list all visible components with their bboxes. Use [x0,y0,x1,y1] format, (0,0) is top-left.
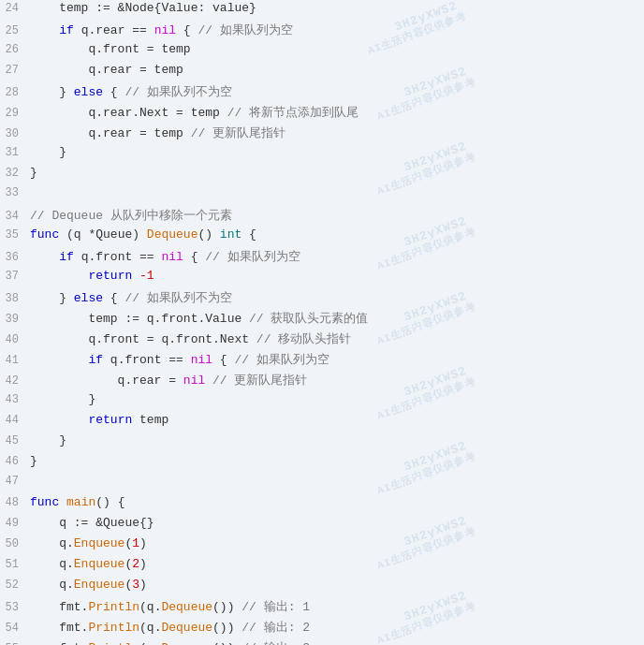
code-token: { [103,85,124,99]
code-token: // 如果队列为空 [205,250,300,264]
code-token: fmt. [30,641,88,645]
code-token: Enqueue [74,557,125,571]
code-token: ) [139,578,147,592]
code-token: } [30,291,74,305]
code-token: } [30,166,37,180]
line-content: fmt.Println(q.Dequeue()) // 输出: 2 [30,619,644,636]
code-token: // 如果队列为空 [234,353,329,367]
code-token: temp [132,413,168,427]
code-token: q. [30,578,74,592]
line-number: 54 [0,622,30,635]
code-line: 47 [0,474,644,494]
line-content: q.rear = temp [30,63,644,77]
line-number: 49 [0,517,30,530]
line-content: temp := q.front.Value // 获取队头元素的值 [30,310,644,327]
code-token: else [74,85,103,99]
code-token: // 输出: 2 [242,621,310,635]
line-number: 30 [0,127,30,140]
line-number: 47 [0,475,30,488]
line-number: 39 [0,313,30,326]
line-number: 35 [0,228,30,242]
line-content: q.Enqueue(2) [30,557,644,571]
code-token: q.rear == [74,23,154,37]
code-line: 41 if q.front == nil { // 如果队列为空 [0,350,644,371]
line-content: fmt.Println(q.Dequeue()) // 输出: 3 [30,639,644,645]
code-token: nil [154,23,176,37]
code-line: 39 temp := q.front.Value // 获取队头元素的值 [0,309,644,330]
code-token: // 输出: 3 [242,641,310,645]
line-content: temp := &Node{Value: value} [30,1,644,15]
code-line: 44 return temp [0,412,644,432]
code-token: return [88,269,132,283]
code-token: } [30,85,74,99]
code-token: } [30,392,95,406]
code-token [30,413,88,427]
code-token: (q *Queue) [59,227,147,242]
line-number: 46 [0,455,30,468]
code-line: 49 q := &Queue{} [0,515,644,535]
code-token: Enqueue [74,536,125,550]
code-token: { [242,227,256,242]
code-line: 52 q.Enqueue(3) [0,577,644,597]
code-line: 27 q.rear = temp [0,62,644,82]
code-token: } [30,145,66,159]
code-token: q.front = temp [30,42,191,56]
code-token: q.rear = temp [30,63,183,77]
code-token: () { [95,495,124,509]
code-line: 30 q.rear = temp // 更新队尾指针 [0,124,644,144]
line-content: if q.front == nil { // 如果队列为空 [30,248,644,265]
line-number: 32 [0,167,30,180]
code-line: 31 } [0,144,644,165]
code-lines: 24 temp := &Node{Value: value}25 if q.re… [0,0,644,645]
line-number: 27 [0,64,30,77]
line-content: q.Enqueue(3) [30,578,644,592]
code-line: 51 q.Enqueue(2) [0,556,644,577]
code-token: () [198,227,219,242]
line-number: 26 [0,43,30,56]
code-token: if [59,23,74,37]
code-token: 3 [132,578,139,592]
code-line: 42 q.rear = nil // 更新队尾指针 [0,371,644,391]
code-token: nil [161,250,183,264]
code-line: 48func main() { [0,494,644,515]
code-token: Println [88,641,139,645]
code-token: // 将新节点添加到队尾 [227,106,359,120]
code-line: 45 } [0,432,644,453]
code-token: ) [139,536,147,550]
code-token: (q. [139,621,161,635]
code-token: main [66,495,95,509]
code-token: -1 [139,269,154,283]
code-token: 1 [132,536,139,550]
code-line: 53 fmt.Println(q.Dequeue()) // 输出: 1 [0,597,644,618]
line-number: 45 [0,434,30,447]
code-token: { [183,250,205,264]
code-line: 35func (q *Queue) Dequeue() int { [0,227,644,247]
code-token: 2 [132,557,139,571]
code-token: // 输出: 1 [242,600,310,614]
code-line: 26 q.front = temp [0,41,644,62]
code-token: ()) [212,621,242,635]
code-line: 33 [0,185,644,206]
code-token: else [74,291,103,305]
code-line: 28 } else { // 如果队列不为空 [0,82,644,103]
line-content: func (q *Queue) Dequeue() int { [30,227,644,242]
code-token: fmt. [30,621,88,635]
code-line: 24 temp := &Node{Value: value} [0,0,644,21]
code-token: q.rear = [30,374,183,388]
code-token: { [103,291,124,305]
code-token: if [59,250,74,264]
line-content: q.front = q.front.Next // 移动队头指针 [30,330,644,347]
code-token: // 获取队头元素的值 [249,312,368,326]
code-token: q.rear = temp [30,126,191,140]
line-content: return temp [30,413,644,427]
code-token: { [212,353,234,367]
code-token: func [30,495,59,509]
code-line: 25 if q.rear == nil { // 如果队列为空 [0,21,644,41]
code-token: q := &Queue{} [30,516,154,530]
line-number: 37 [0,270,30,283]
line-number: 48 [0,496,30,509]
code-line: 50 q.Enqueue(1) [0,535,644,556]
line-content: q.rear = nil // 更新队尾指针 [30,372,644,388]
code-token: Dequeue [161,621,212,635]
code-token [132,269,139,283]
